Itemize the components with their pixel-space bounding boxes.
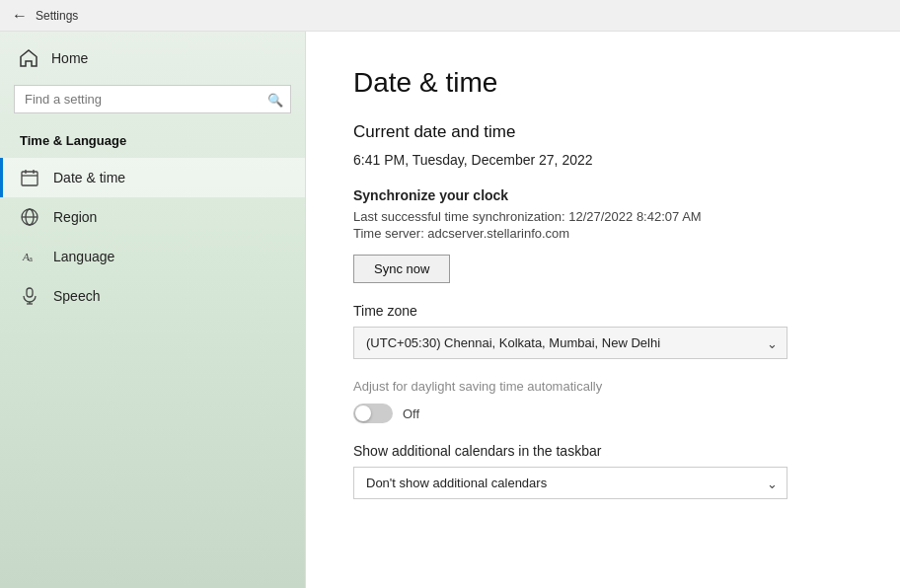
language-icon: A a (20, 247, 39, 266)
sync-server: Time server: adcserver.stellarinfo.com (353, 226, 853, 241)
sidebar-home[interactable]: Home (0, 39, 305, 77)
search-input[interactable] (14, 85, 291, 113)
home-icon (20, 49, 38, 67)
sidebar-item-speech[interactable]: Speech (0, 276, 305, 316)
additional-cal-select[interactable]: Don't show additional calendars (353, 467, 788, 499)
main-content: Date & time Current date and time 6:41 P… (306, 32, 900, 588)
sidebar-item-speech-label: Speech (53, 288, 100, 304)
sidebar: Home 🔍 Time & Language D (0, 32, 306, 588)
daylight-toggle-row: Off (353, 404, 853, 423)
sidebar-item-region-label: Region (53, 209, 97, 225)
back-button[interactable]: ← (12, 7, 28, 25)
sync-section-label: Synchronize your clock (353, 187, 853, 203)
sidebar-item-date-time-label: Date & time (53, 170, 125, 185)
speech-icon (20, 286, 39, 306)
timezone-select[interactable]: (UTC+05:30) Chennai, Kolkata, Mumbai, Ne… (353, 327, 788, 359)
titlebar-title: Settings (36, 9, 78, 23)
timezone-select-wrapper: (UTC+05:30) Chennai, Kolkata, Mumbai, Ne… (353, 327, 788, 359)
sidebar-item-language-label: Language (53, 249, 114, 264)
sidebar-item-date-time[interactable]: Date & time (0, 158, 305, 197)
daylight-label: Adjust for daylight saving time automati… (353, 379, 853, 394)
page-title: Date & time (353, 67, 853, 99)
sync-last: Last successful time synchronization: 12… (353, 209, 853, 224)
sidebar-search-container: 🔍 (14, 85, 291, 113)
app-window: ← Settings Home 🔍 Time & Language (0, 0, 900, 588)
toggle-thumb (355, 405, 371, 421)
svg-text:a: a (29, 254, 33, 263)
home-label: Home (51, 50, 88, 66)
sidebar-section-title: Time & Language (0, 127, 305, 158)
additional-cal-select-wrapper: Don't show additional calendars ⌄ (353, 467, 788, 499)
date-time-icon (20, 168, 39, 187)
svg-rect-9 (27, 288, 33, 297)
search-icon: 🔍 (267, 92, 283, 107)
sidebar-item-region[interactable]: Region (0, 197, 305, 237)
content-area: Home 🔍 Time & Language D (0, 32, 900, 588)
titlebar: ← Settings (0, 0, 900, 32)
toggle-off-label: Off (403, 406, 419, 421)
timezone-label: Time zone (353, 303, 853, 319)
svg-rect-0 (22, 172, 38, 185)
sync-now-button[interactable]: Sync now (353, 255, 450, 283)
region-icon (20, 207, 39, 227)
daylight-toggle[interactable] (353, 404, 393, 423)
sidebar-item-language[interactable]: A a Language (0, 237, 305, 276)
additional-cal-label: Show additional calendars in the taskbar (353, 443, 853, 459)
current-section-heading: Current date and time (353, 122, 853, 142)
current-datetime: 6:41 PM, Tuesday, December 27, 2022 (353, 152, 853, 168)
